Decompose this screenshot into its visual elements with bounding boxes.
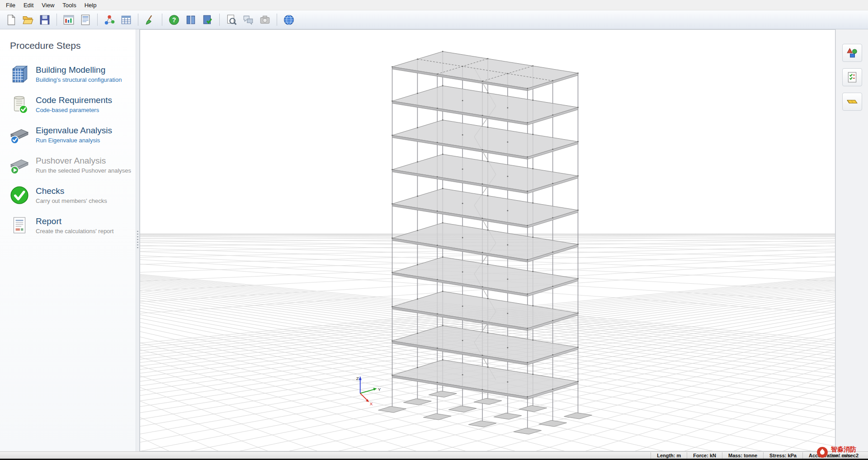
vendor-logo-icon	[816, 446, 828, 458]
step-label: Code Requirements	[36, 95, 112, 105]
snapshot-camera-icon	[259, 14, 271, 26]
3d-viewport[interactable]: Z Y X	[140, 29, 835, 451]
axes-triad: Z Y X	[356, 376, 381, 406]
open-folder-icon	[22, 14, 34, 26]
slab-run-icon	[9, 155, 30, 175]
watermark-title: 智淼消防	[831, 446, 856, 453]
toolbar-separator	[219, 14, 220, 26]
procedure-steps-title: Procedure Steps	[10, 40, 131, 51]
menu-tools[interactable]: Tools	[58, 1, 80, 9]
step-description: Carry out members' checks	[36, 197, 107, 204]
web-globe-icon	[283, 14, 295, 26]
menu-bar: File Edit View Tools Help	[0, 0, 868, 10]
section-beam-button[interactable]	[842, 93, 862, 111]
step-report[interactable]: Report Create the calculations' report	[9, 215, 131, 236]
menu-edit[interactable]: Edit	[19, 1, 38, 9]
step-description: Building's structural configuration	[36, 76, 122, 83]
axis-y-label: Y	[378, 387, 381, 392]
open-folder-button[interactable]	[20, 12, 36, 28]
building-model	[378, 51, 592, 434]
step-pushover-analysis[interactable]: Pushover Analysis Run the selected Pusho…	[9, 155, 131, 175]
status-bar: Length:m Force:kN Mass:tonne Stress:kPa …	[0, 451, 868, 459]
step-building-modelling[interactable]: Building Modelling Building's structural…	[9, 64, 131, 84]
save-icon	[39, 14, 51, 26]
data-table-icon	[120, 14, 132, 26]
snapshot-camera-button[interactable]	[257, 12, 273, 28]
step-label: Report	[36, 216, 113, 226]
document-search-icon	[226, 14, 237, 26]
green-check-icon	[9, 185, 30, 206]
step-label: Building Modelling	[36, 65, 122, 75]
report-preview-button[interactable]	[78, 12, 93, 28]
toolbar-separator	[162, 14, 162, 26]
scroll-check-icon	[9, 94, 30, 115]
step-label: Checks	[36, 186, 107, 196]
comments-button[interactable]	[241, 12, 256, 28]
status-length: Length:m	[651, 452, 687, 459]
vendor-watermark: 智淼消防 znxf.com	[816, 446, 856, 458]
display-objects-button[interactable]	[842, 44, 862, 62]
status-force: Force:kN	[687, 452, 722, 459]
building-modeller-icon	[63, 14, 75, 26]
new-document-button[interactable]	[4, 12, 19, 28]
3d-scene-canvas[interactable]: Z Y X	[140, 30, 835, 451]
member-checks-icon	[846, 71, 858, 83]
toolbar-separator	[138, 14, 138, 26]
status-stress: Stress:kPa	[763, 452, 802, 459]
data-table-button[interactable]	[118, 12, 134, 28]
toolbar-separator	[277, 14, 277, 26]
verification-book-button[interactable]	[200, 12, 215, 28]
menu-view[interactable]: View	[38, 1, 58, 9]
step-eigenvalue-analysis[interactable]: Eigenvalue Analysis Run Eigenvalue analy…	[9, 124, 131, 145]
toolbar-separator	[57, 14, 57, 26]
step-code-requirements[interactable]: Code Requirements Code-based parameters	[9, 94, 131, 115]
new-document-icon	[5, 14, 17, 26]
member-checks-button[interactable]	[842, 68, 862, 86]
axis-x-label: X	[370, 401, 373, 406]
svg-text:?: ?	[172, 16, 176, 23]
user-manual-icon	[185, 14, 197, 26]
display-objects-icon	[846, 47, 858, 59]
help-icon: ?	[168, 14, 180, 26]
clean-brush-button[interactable]	[142, 12, 158, 28]
user-manual-button[interactable]	[183, 12, 198, 28]
step-label: Eigenvalue Analysis	[36, 126, 112, 136]
step-description: Create the calculations' report	[36, 228, 113, 235]
clean-brush-icon	[144, 14, 156, 26]
slab-check-icon	[9, 124, 30, 145]
step-description: Run Eigenvalue analysis	[36, 137, 112, 144]
building-icon	[9, 64, 30, 84]
save-button[interactable]	[37, 12, 52, 28]
document-search-button[interactable]	[224, 12, 239, 28]
splitter-grip-icon	[137, 231, 138, 250]
menu-file[interactable]: File	[2, 1, 19, 9]
step-label: Pushover Analysis	[36, 156, 131, 166]
procedure-steps-panel: Procedure Steps Building Modelling Build…	[0, 29, 136, 451]
step-description: Run the selected Pushover analyses	[36, 167, 131, 174]
verification-book-icon	[202, 14, 213, 26]
watermark-subtitle: znxf.com	[831, 453, 856, 458]
web-globe-button[interactable]	[281, 12, 297, 28]
toolbar-separator	[97, 14, 98, 26]
report-preview-icon	[80, 14, 91, 26]
comments-icon	[242, 14, 254, 26]
eigenvalue-nodes-icon	[104, 14, 115, 26]
section-beam-icon	[846, 96, 858, 108]
help-button[interactable]: ?	[166, 12, 182, 28]
menu-help[interactable]: Help	[80, 1, 101, 9]
eigenvalue-button[interactable]	[102, 12, 117, 28]
report-doc-icon	[9, 215, 30, 236]
status-mass: Mass:tonne	[722, 452, 763, 459]
building-modeller-button[interactable]	[61, 12, 76, 28]
sidebar-splitter[interactable]	[136, 29, 140, 451]
step-description: Code-based parameters	[36, 107, 112, 113]
main-toolbar: ?	[0, 10, 868, 29]
right-tool-panel	[835, 29, 868, 451]
step-checks[interactable]: Checks Carry out members' checks	[9, 185, 131, 206]
axis-z-label: Z	[356, 376, 359, 381]
